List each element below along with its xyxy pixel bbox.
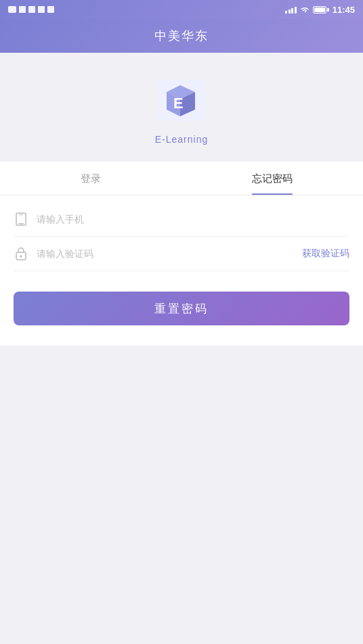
tab-forgot-password[interactable]: 忘记密码: [182, 162, 363, 195]
download-icon: [19, 6, 26, 13]
app-title: 中美华东: [154, 28, 209, 44]
status-right: 11:45: [285, 5, 355, 15]
logo-section: E E-Learning: [0, 53, 363, 162]
top-header: 中美华东: [0, 19, 363, 53]
download2-icon: [28, 6, 35, 13]
phone-icon: [14, 212, 28, 227]
status-icons: [8, 6, 54, 13]
phone-field-row: [14, 202, 349, 237]
sync-icon: [38, 6, 45, 13]
tab-login[interactable]: 登录: [0, 162, 182, 195]
lock-icon: [14, 246, 28, 261]
code-input[interactable]: [37, 248, 302, 259]
battery-icon: [313, 6, 329, 14]
get-code-button[interactable]: 获取验证码: [302, 248, 349, 260]
reset-password-button[interactable]: 重置密码: [14, 292, 349, 325]
notification-icon: [8, 6, 16, 13]
reset-btn-wrap: 重置密码: [0, 271, 363, 325]
status-time: 11:45: [333, 5, 355, 15]
status-bar: 11:45: [0, 0, 363, 19]
svg-rect-4: [19, 214, 23, 215]
app-logo: E: [154, 73, 209, 127]
code-field-row: 获取验证码: [14, 237, 349, 271]
app-icon: [47, 6, 54, 13]
svg-rect-3: [18, 223, 24, 225]
card-section: 登录 忘记密码: [0, 162, 363, 346]
signal-icon: [285, 5, 297, 14]
logo-label: E-Learning: [155, 134, 209, 145]
svg-text:E: E: [173, 95, 184, 112]
bottom-area: [0, 346, 363, 637]
svg-rect-7: [20, 256, 22, 258]
form-section: 获取验证码: [0, 202, 363, 271]
tabs: 登录 忘记密码: [0, 162, 363, 196]
wifi-icon: [300, 5, 309, 14]
phone-input[interactable]: [37, 214, 349, 225]
